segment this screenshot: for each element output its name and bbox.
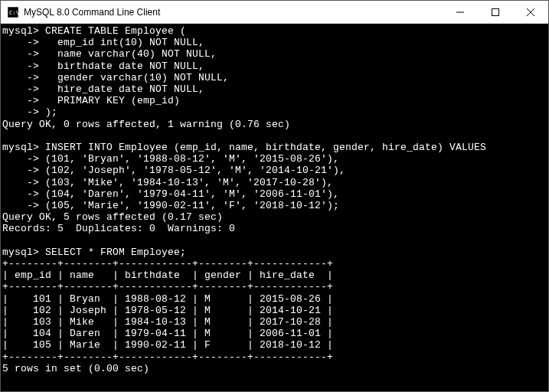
- table-border: +--------+--------+------------+--------…: [2, 258, 333, 270]
- svg-text:C:\: C:\: [9, 10, 18, 16]
- create-stmt-open: CREATE TABLE Employee (: [45, 25, 186, 37]
- create-col4: gender varchar(10) NOT NULL,: [45, 72, 229, 83]
- prompt: mysql>: [2, 142, 39, 153]
- minimize-button[interactable]: [443, 1, 478, 23]
- cont-arrow: ->: [2, 200, 39, 211]
- cont-arrow: ->: [2, 106, 39, 118]
- table-border: +--------+--------+------------+--------…: [2, 281, 333, 292]
- cont-arrow: ->: [2, 165, 39, 176]
- create-col3: birthdate date NOT NULL,: [45, 60, 204, 72]
- maximize-icon: [492, 8, 499, 16]
- app-window: C:\ MySQL 8.0 Command Line Client mysql>…: [0, 0, 549, 392]
- window-title: MySQL 8.0 Command Line Client: [24, 7, 443, 18]
- cont-arrow: ->: [2, 188, 39, 200]
- cont-arrow: ->: [2, 72, 39, 83]
- table-border: +--------+--------+------------+--------…: [2, 351, 333, 363]
- window-controls: [443, 1, 548, 23]
- insert-r4: (104, 'Daren', '1979-04-11', 'M', '2006-…: [45, 188, 339, 200]
- cont-arrow: ->: [2, 37, 39, 48]
- table-row: | 101 | Bryan | 1988-08-12 | M | 2015-08…: [2, 293, 333, 305]
- app-icon: C:\: [7, 6, 19, 18]
- insert-stmt-open: INSERT INTO Employee (emp_id, name, birt…: [45, 142, 486, 153]
- table-row: | 103 | Mike | 1984-10-13 | M | 2017-10-…: [2, 316, 333, 328]
- close-button[interactable]: [513, 1, 548, 23]
- cont-arrow: ->: [2, 153, 39, 165]
- table-row: | 102 | Joseph | 1978-05-12 | M | 2014-1…: [2, 305, 333, 316]
- insert-r1: (101, 'Bryan', '1988-08-12', 'M', '2015-…: [45, 153, 339, 165]
- close-icon: [527, 8, 534, 16]
- create-col2: name varchar(40) NOT NULL,: [45, 48, 217, 60]
- table-header: | emp_id | name | birthdate | gender | h…: [2, 270, 333, 281]
- cont-arrow: ->: [2, 177, 39, 188]
- select-result: 5 rows in set (0.00 sec): [2, 363, 149, 374]
- minimize-icon: [456, 8, 464, 16]
- create-result: Query OK, 0 rows affected, 1 warning (0.…: [2, 119, 290, 130]
- cont-arrow: ->: [2, 60, 39, 72]
- cont-arrow: ->: [2, 95, 39, 106]
- insert-r2: (102, 'Joseph', '1978-05-12', 'M', '2014…: [45, 165, 345, 176]
- create-close: );: [45, 106, 57, 118]
- maximize-button[interactable]: [478, 1, 513, 23]
- insert-result1: Query OK, 5 rows affected (0.17 sec): [2, 211, 223, 223]
- terminal-output[interactable]: mysql> CREATE TABLE Employee ( -> emp_id…: [1, 24, 548, 391]
- select-stmt: SELECT * FROM Employee;: [45, 247, 186, 258]
- create-pk: PRIMARY KEY (emp_id): [45, 95, 180, 106]
- cont-arrow: ->: [2, 83, 39, 95]
- create-col5: hire_date date NOT NULL,: [45, 83, 204, 95]
- insert-result2: Records: 5 Duplicates: 0 Warnings: 0: [2, 223, 235, 234]
- table-row: | 105 | Marie | 1990-02-11 | F | 2018-10…: [2, 339, 333, 351]
- prompt: mysql>: [2, 25, 39, 37]
- insert-r5: (105, 'Marie', '1990-02-11', 'F', '2018-…: [45, 200, 339, 211]
- svg-rect-3: [492, 8, 499, 15]
- cont-arrow: ->: [2, 48, 39, 60]
- prompt: mysql>: [2, 247, 39, 258]
- titlebar[interactable]: C:\ MySQL 8.0 Command Line Client: [1, 1, 548, 24]
- insert-r3: (103, 'Mike', '1984-10-13', 'M', '2017-1…: [45, 177, 333, 188]
- table-row: | 104 | Daren | 1979-04-11 | M | 2006-11…: [2, 328, 333, 339]
- create-col1: emp_id int(10) NOT NULL,: [45, 37, 204, 48]
